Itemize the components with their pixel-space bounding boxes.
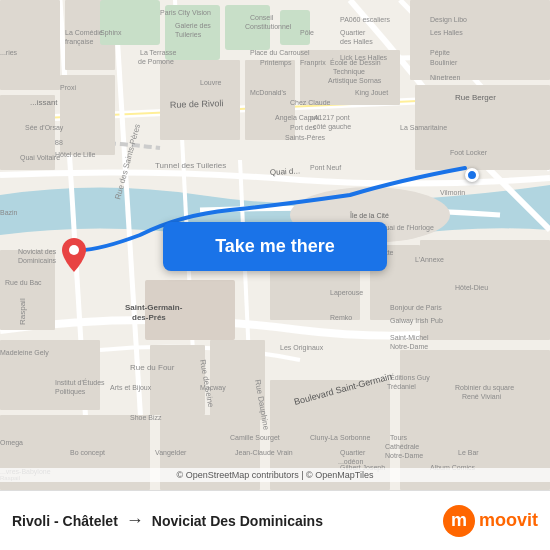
svg-text:Paris City Vision: Paris City Vision: [160, 9, 211, 17]
svg-text:Raspail: Raspail: [18, 298, 27, 325]
svg-text:McDonald's: McDonald's: [250, 89, 287, 96]
svg-text:Sphinx: Sphinx: [100, 29, 122, 37]
svg-text:L'Annexe: L'Annexe: [415, 256, 444, 263]
svg-text:Bonjour de Paris: Bonjour de Paris: [390, 304, 442, 312]
svg-text:Pont Neuf: Pont Neuf: [310, 164, 341, 171]
svg-text:Cathédrale: Cathédrale: [385, 443, 419, 450]
svg-text:Dominicains: Dominicains: [18, 257, 57, 264]
svg-text:La Terrasse: La Terrasse: [140, 49, 177, 56]
svg-text:Artistique Sornas: Artistique Sornas: [328, 77, 382, 85]
svg-text:Quai de l'Horloge: Quai de l'Horloge: [380, 224, 434, 232]
svg-text:Laperouse: Laperouse: [330, 289, 363, 297]
svg-text:Foot Locker: Foot Locker: [450, 149, 488, 156]
svg-text:Saints-Pères: Saints-Pères: [285, 134, 326, 141]
route-from-label: Rivoli - Châtelet: [12, 513, 118, 529]
svg-text:Tours: Tours: [390, 434, 408, 441]
svg-rect-15: [410, 0, 550, 80]
svg-text:Bazin: Bazin: [0, 209, 18, 216]
moovit-logo: m moovit: [443, 505, 538, 537]
moovit-text: moovit: [479, 510, 538, 531]
svg-text:Louvre: Louvre: [200, 79, 222, 86]
origin-dot: [465, 168, 479, 182]
svg-text:88: 88: [55, 139, 63, 146]
svg-text:PA060 escaliers: PA060 escaliers: [340, 16, 391, 23]
svg-text:Place du Carrousel: Place du Carrousel: [250, 49, 310, 56]
svg-text:Saint-Germain-: Saint-Germain-: [125, 303, 183, 312]
svg-text:Hôtel-Dieu: Hôtel-Dieu: [455, 284, 488, 291]
svg-text:Bo concept: Bo concept: [70, 449, 105, 457]
svg-text:des-Prés: des-Prés: [132, 313, 166, 322]
svg-point-128: [69, 245, 79, 255]
svg-text:Île de la Cité: Île de la Cité: [349, 211, 389, 219]
svg-text:Les Originaux: Les Originaux: [280, 344, 324, 352]
svg-text:Notre-Dame: Notre-Dame: [385, 452, 423, 459]
svg-text:Technique: Technique: [333, 68, 365, 76]
svg-text:Arts et Bijoux: Arts et Bijoux: [110, 384, 152, 392]
svg-text:Vangelder: Vangelder: [155, 449, 187, 457]
svg-rect-3: [0, 0, 60, 90]
svg-text:Politiques: Politiques: [55, 388, 86, 396]
svg-text:Rue Berger: Rue Berger: [455, 93, 496, 102]
svg-rect-18: [245, 60, 295, 140]
svg-text:Rue de Rivoli: Rue de Rivoli: [170, 98, 224, 110]
svg-text:des Halles: des Halles: [340, 38, 373, 45]
svg-text:Cluny-La Sorbonne: Cluny-La Sorbonne: [310, 434, 370, 442]
svg-text:Robinier du square: Robinier du square: [455, 384, 514, 392]
svg-text:Omega: Omega: [0, 439, 23, 447]
svg-text:La Samaritaine: La Samaritaine: [400, 124, 447, 131]
map-container: Quai Voltaire Rue du Bac Saint-Germain- …: [0, 0, 550, 490]
svg-text:Boulinier: Boulinier: [430, 59, 458, 66]
svg-text:La Comédie: La Comédie: [65, 29, 103, 36]
svg-text:Printemps: Printemps: [260, 59, 292, 67]
svg-text:Tuileries: Tuileries: [175, 31, 202, 38]
svg-text:Noviciat des: Noviciat des: [18, 248, 57, 255]
svg-text:Constitutionnel: Constitutionnel: [245, 23, 292, 30]
bottom-bar: Rivoli - Châtelet → Noviciat Des Dominic…: [0, 490, 550, 550]
svg-text:Galerie des: Galerie des: [175, 22, 211, 29]
svg-text:Trédaniel: Trédaniel: [387, 383, 416, 390]
svg-text:Rue du Bac: Rue du Bac: [5, 279, 42, 286]
svg-text:française: française: [65, 38, 94, 46]
svg-text:Éditions Guy: Éditions Guy: [390, 373, 430, 382]
svg-text:Remko: Remko: [330, 314, 352, 321]
svg-rect-21: [150, 345, 205, 415]
svg-text:...ries: ...ries: [0, 49, 18, 56]
take-me-there-button[interactable]: Take me there: [163, 222, 387, 271]
svg-text:Quartier: Quartier: [340, 449, 366, 457]
svg-text:Camille Sourget: Camille Sourget: [230, 434, 280, 442]
svg-text:Hôtel de Lille: Hôtel de Lille: [55, 151, 96, 158]
svg-text:Rue du Four: Rue du Four: [130, 363, 175, 372]
svg-text:Madeleine Gely: Madeleine Gely: [0, 349, 49, 357]
svg-text:Quai d...: Quai d...: [270, 166, 301, 177]
map-attribution: © OpenStreetMap contributors | © OpenMap…: [0, 468, 550, 482]
svg-text:Jean-Claude Vrain: Jean-Claude Vrain: [235, 449, 293, 456]
svg-text:Chez Claude: Chez Claude: [290, 99, 331, 106]
svg-text:pA1217 pont: pA1217 pont: [310, 114, 350, 122]
svg-text:Conseil: Conseil: [250, 14, 274, 21]
svg-text:Design Libo: Design Libo: [430, 16, 467, 24]
svg-text:Le Bar: Le Bar: [458, 449, 479, 456]
svg-text:de Pomone: de Pomone: [138, 58, 174, 65]
svg-text:...issant: ...issant: [30, 98, 58, 107]
svg-text:Shoe Bizz: Shoe Bizz: [130, 414, 162, 421]
route-arrow-icon: →: [126, 510, 144, 531]
take-me-there-label: Take me there: [215, 236, 335, 257]
svg-text:René Viviani: René Viviani: [462, 393, 502, 400]
svg-text:Galway Irish Pub: Galway Irish Pub: [390, 317, 443, 325]
route-to-label: Noviciat Des Dominicains: [152, 513, 323, 529]
destination-pin: [62, 238, 86, 276]
svg-text:Les Halles: Les Halles: [430, 29, 463, 36]
svg-text:Notre-Dame: Notre-Dame: [390, 343, 428, 350]
attribution-text: © OpenStreetMap contributors | © OpenMap…: [177, 470, 374, 480]
svg-text:King Jouet: King Jouet: [355, 89, 388, 97]
svg-text:Tunnel des Tuileries: Tunnel des Tuileries: [155, 161, 226, 170]
svg-text:Franprix: Franprix: [300, 59, 326, 67]
svg-text:...odéon: ...odéon: [338, 458, 363, 465]
svg-text:Vilmorin: Vilmorin: [440, 189, 465, 196]
svg-text:École de Dessin: École de Dessin: [330, 58, 381, 66]
svg-text:Sée d'Orsay: Sée d'Orsay: [25, 124, 64, 132]
svg-text:Ninetreen: Ninetreen: [430, 74, 460, 81]
svg-text:côté gauche: côté gauche: [313, 123, 351, 131]
svg-text:Pôle: Pôle: [300, 29, 314, 36]
svg-text:Pépite: Pépite: [430, 49, 450, 57]
